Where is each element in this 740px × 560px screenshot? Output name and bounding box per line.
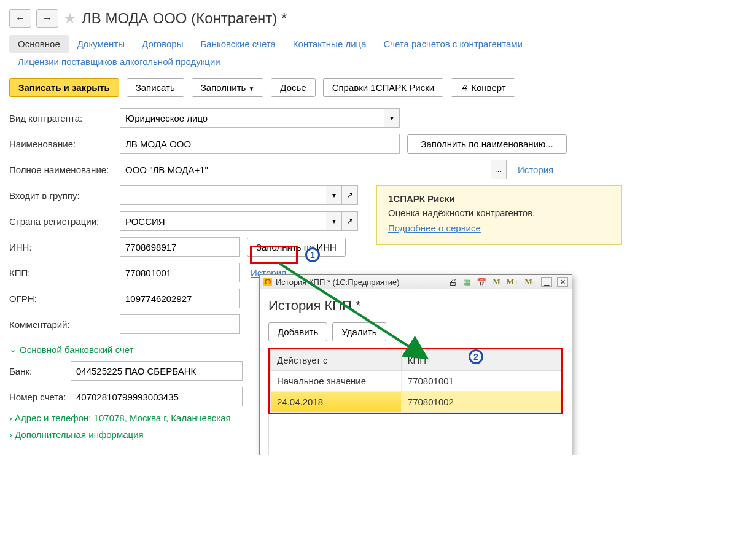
fill-by-inn-button[interactable]: Заполнить по ИНН xyxy=(247,238,346,257)
favorite-star-icon[interactable]: ★ xyxy=(63,10,77,27)
printer-icon xyxy=(460,82,469,93)
tab-contact-persons[interactable]: Контактные лица xyxy=(284,35,375,53)
dialog-mplus-button[interactable]: M+ xyxy=(505,277,520,287)
ogrn-label: ОГРН: xyxy=(9,294,120,304)
dialog-add-button[interactable]: Добавить xyxy=(268,322,327,341)
fill-button[interactable]: Заполнить▼ xyxy=(192,78,264,97)
info-title: 1СПАРК Риски xyxy=(388,193,610,204)
back-button[interactable]: ← xyxy=(9,9,31,28)
dialog-table-empty-area xyxy=(268,414,563,455)
fill-label: Заполнить xyxy=(201,82,246,93)
info-more-link[interactable]: Подробнее о сервисе xyxy=(388,223,481,233)
fullname-input[interactable] xyxy=(120,160,491,179)
dialog-close-button[interactable]: ✕ xyxy=(557,277,568,287)
type-label: Вид контрагента: xyxy=(9,113,120,123)
table-row[interactable]: 24.04.2018 770801002 xyxy=(271,392,561,413)
dossier-button[interactable]: Досье xyxy=(271,78,315,97)
country-label: Страна регистрации: xyxy=(9,216,120,227)
group-dropdown-button[interactable]: ▾ xyxy=(326,185,342,205)
comment-label: Комментарий: xyxy=(9,319,120,330)
inn-label: ИНН: xyxy=(9,242,120,252)
account-label: Номер счета: xyxy=(9,392,71,402)
ogrn-input[interactable] xyxy=(120,289,240,308)
dialog-calendar-icon[interactable]: 📅 xyxy=(475,278,488,287)
spark-risks-info-panel: 1СПАРК Риски Оценка надёжности контраген… xyxy=(376,185,622,245)
fullname-more-button[interactable]: … xyxy=(491,160,507,179)
tab-main[interactable]: Основное xyxy=(9,35,69,53)
group-open-button[interactable]: ↗ xyxy=(342,185,358,205)
bank-label: Банк: xyxy=(9,366,71,376)
envelope-button[interactable]: Конверт xyxy=(451,78,515,97)
inn-input[interactable] xyxy=(120,237,240,257)
dialog-mminus-button[interactable]: M- xyxy=(523,277,536,287)
dialog-m-button[interactable]: M xyxy=(491,277,501,287)
dialog-table-highlight: Действует с КПП Начальное значение 77080… xyxy=(268,348,563,414)
dialog-window-title: История КПП * (1С:Предприятие) xyxy=(276,278,400,287)
cell-kpp: 770801002 xyxy=(401,392,561,413)
chevron-right-icon: › xyxy=(9,413,12,423)
group-label: Входит в группу: xyxy=(9,190,120,201)
country-input[interactable] xyxy=(120,211,326,231)
country-dropdown-button[interactable]: ▾ xyxy=(326,211,342,231)
fullname-history-link[interactable]: История xyxy=(518,165,553,175)
dialog-print-icon[interactable] xyxy=(447,277,458,287)
col-kpp-header[interactable]: КПП xyxy=(401,350,561,371)
name-input[interactable] xyxy=(120,134,400,154)
cell-from: Начальное значение xyxy=(271,371,402,392)
kpp-history-dialog: История КПП * (1С:Предприятие) ▦ 📅 M M+ … xyxy=(259,274,572,455)
tab-documents[interactable]: Документы xyxy=(69,35,133,53)
account-input[interactable] xyxy=(71,387,243,406)
envelope-label: Конверт xyxy=(471,82,505,93)
group-input[interactable] xyxy=(120,185,326,205)
kpp-history-table: Действует с КПП Начальное значение 77080… xyxy=(270,349,561,413)
tab-bank-accounts[interactable]: Банковские счета xyxy=(192,35,284,53)
kpp-label: КПП: xyxy=(9,268,120,278)
dialog-delete-button[interactable]: Удалить xyxy=(332,322,386,341)
address-section-label: Адрес и телефон: 107078, Москва г, Калан… xyxy=(15,413,231,423)
type-input[interactable] xyxy=(120,108,384,128)
info-text: Оценка надёжности контрагентов. xyxy=(388,208,610,218)
fullname-label: Полное наименование: xyxy=(9,165,120,175)
kpp-input[interactable] xyxy=(120,263,240,282)
type-dropdown-button[interactable]: ▾ xyxy=(384,108,400,128)
dialog-grid-icon[interactable]: ▦ xyxy=(462,278,472,287)
1c-icon xyxy=(263,278,272,286)
fill-by-name-button[interactable]: Заполнить по наименованию... xyxy=(407,134,567,154)
additional-section-label: Дополнительная информация xyxy=(15,429,144,440)
write-button[interactable]: Записать xyxy=(127,78,184,97)
cell-from: 24.04.2018 xyxy=(271,392,402,413)
caret-down-icon: ▼ xyxy=(248,85,254,92)
dialog-minimize-button[interactable]: ▁ xyxy=(541,277,552,287)
col-from-header[interactable]: Действует с xyxy=(271,350,402,371)
tab-alcohol-licenses[interactable]: Лицензии поставщиков алкогольной продукц… xyxy=(9,53,229,71)
table-row[interactable]: Начальное значение 770801001 xyxy=(271,371,561,392)
chevron-down-icon: ⌄ xyxy=(9,344,17,355)
bank-section-label: Основной банковский счет xyxy=(20,344,134,355)
cell-kpp: 770801001 xyxy=(401,371,561,392)
write-close-button[interactable]: Записать и закрыть xyxy=(9,78,119,97)
bank-input[interactable] xyxy=(71,361,243,381)
page-title: ЛВ МОДА ООО (Контрагент) * xyxy=(82,10,287,27)
spark-button[interactable]: Справки 1СПАРК Риски xyxy=(323,78,443,97)
name-label: Наименование: xyxy=(9,139,120,149)
tab-bar: Основное Документы Договоры Банковские с… xyxy=(9,35,731,71)
tab-contracts[interactable]: Договоры xyxy=(133,35,192,53)
forward-button[interactable]: → xyxy=(36,9,58,28)
dialog-title: История КПП * xyxy=(268,298,563,314)
country-open-button[interactable]: ↗ xyxy=(342,211,358,231)
chevron-right-icon: › xyxy=(9,429,12,440)
comment-input[interactable] xyxy=(120,314,240,334)
tab-settlements[interactable]: Счета расчетов с контрагентами xyxy=(375,35,531,53)
